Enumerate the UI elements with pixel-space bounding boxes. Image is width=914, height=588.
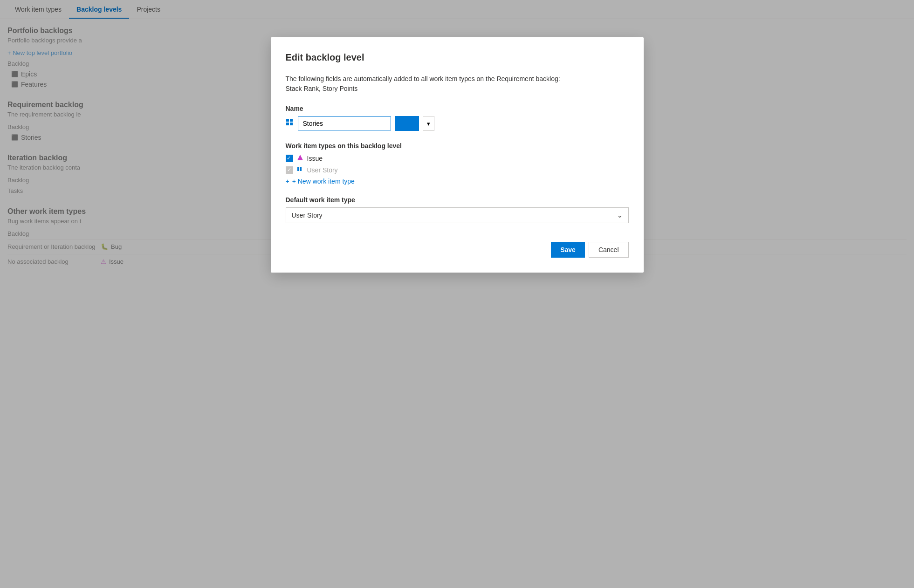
issue-checkbox[interactable] bbox=[286, 155, 293, 162]
modal-footer: Save Cancel bbox=[286, 242, 629, 258]
wit-section: Work item types on this backlog level Is… bbox=[286, 142, 629, 185]
wit-user-story-item: User Story bbox=[286, 166, 629, 174]
color-dropdown-button[interactable]: ▾ bbox=[423, 116, 434, 131]
wit-title: Work item types on this backlog level bbox=[286, 142, 629, 150]
default-section: Default work item type User Story ⌄ bbox=[286, 196, 629, 223]
select-chevron-icon: ⌄ bbox=[617, 212, 623, 219]
svg-marker-4 bbox=[297, 155, 303, 160]
color-picker-button[interactable] bbox=[395, 116, 419, 131]
modal-overlay: Edit backlog level The following fields … bbox=[0, 0, 914, 287]
issue-type-icon bbox=[297, 154, 303, 162]
svg-rect-0 bbox=[286, 119, 289, 122]
issue-wit-label: Issue bbox=[307, 155, 323, 162]
add-wit-label: + New work item type bbox=[292, 178, 355, 185]
backlog-level-icon bbox=[286, 118, 294, 129]
svg-rect-6 bbox=[300, 167, 302, 171]
plus-icon: + bbox=[286, 178, 289, 185]
modal-info-line1: The following fields are automatically a… bbox=[286, 75, 560, 82]
modal-info-line2: Stack Rank, Story Points bbox=[286, 85, 358, 92]
svg-rect-5 bbox=[297, 167, 299, 171]
modal-dialog: Edit backlog level The following fields … bbox=[271, 37, 644, 273]
modal-info: The following fields are automatically a… bbox=[286, 74, 629, 94]
save-button[interactable]: Save bbox=[551, 242, 585, 258]
svg-rect-3 bbox=[290, 123, 293, 125]
name-row: ▾ bbox=[286, 116, 629, 131]
default-type-select[interactable]: User Story ⌄ bbox=[286, 207, 629, 223]
story-type-icon bbox=[297, 166, 303, 174]
name-label: Name bbox=[286, 105, 629, 112]
modal-title: Edit backlog level bbox=[286, 52, 629, 63]
user-story-checkbox bbox=[286, 166, 293, 174]
svg-rect-2 bbox=[286, 123, 289, 125]
default-type-value: User Story bbox=[292, 212, 323, 219]
default-label: Default work item type bbox=[286, 196, 629, 204]
add-wit-link[interactable]: + + New work item type bbox=[286, 178, 629, 185]
chevron-down-icon: ▾ bbox=[427, 120, 430, 127]
svg-rect-1 bbox=[290, 119, 293, 122]
user-story-wit-label: User Story bbox=[307, 166, 338, 174]
name-input[interactable] bbox=[298, 116, 391, 130]
wit-issue-item: Issue bbox=[286, 154, 629, 162]
cancel-button[interactable]: Cancel bbox=[589, 242, 629, 258]
